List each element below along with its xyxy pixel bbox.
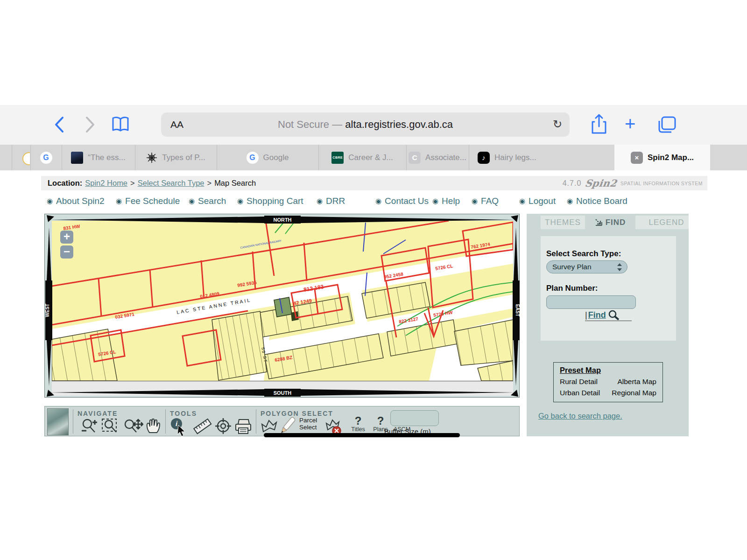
partial-favicon <box>22 152 30 165</box>
find-magnifier-icon <box>608 310 619 320</box>
tab-google-pinned[interactable]: G <box>30 145 61 170</box>
reader-mode-button[interactable]: AA <box>170 112 183 137</box>
screenshot-canvas: AA Not Secure — alta.registries.gov.ab.c… <box>0 0 747 560</box>
preset-alberta-map[interactable]: Alberta Map <box>617 378 656 386</box>
menu-search[interactable]: ◉Search <box>189 194 226 209</box>
tab-associate[interactable]: C Associate... <box>406 145 468 170</box>
tab-google[interactable]: G Google <box>217 145 318 170</box>
find-form: Select Search Type: Survey Plan Plan Num… <box>541 236 676 341</box>
cbre-favicon: CBRE <box>331 152 344 164</box>
preset-rural-detail[interactable]: Rural Detail <box>560 378 598 386</box>
north-bar: NORTH <box>47 215 518 224</box>
tab-spin2-map-active[interactable]: × Spin2 Map... <box>614 145 710 170</box>
section-tools: TOOLS <box>170 410 197 417</box>
tab-partial[interactable] <box>12 145 30 170</box>
cadastral-map[interactable]: 831 HW 992 5935 012 4809 032 5971 812 18… <box>52 221 513 381</box>
menu-help[interactable]: ◉Help <box>432 194 460 209</box>
breadcrumb-home-link[interactable]: Spin2 Home <box>85 179 127 188</box>
tab-find[interactable]: FIND <box>585 216 635 229</box>
menu-fee-schedule[interactable]: ◉Fee Schedule <box>116 194 180 209</box>
url-bar[interactable]: AA Not Secure — alta.registries.gov.ab.c… <box>161 112 570 137</box>
preset-urban-detail[interactable]: Urban Detail <box>560 389 600 397</box>
print-tool-icon[interactable] <box>233 418 253 435</box>
menu-logout[interactable]: ◉Logout <box>519 194 556 209</box>
version-number: 4.7.0 <box>563 179 582 188</box>
map-toolbar: NAVIGATE TOOLS i <box>44 406 520 436</box>
back-icon[interactable] <box>52 115 66 134</box>
logo-tagline: SPATIAL INFORMATION SYSTEM <box>620 181 703 186</box>
west-bar: WEST <box>45 224 53 389</box>
menu-about-spin2[interactable]: ◉About Spin2 <box>47 194 105 209</box>
zoom-in-tool-icon[interactable] <box>80 418 99 434</box>
zoom-pan-tool-icon[interactable] <box>123 418 143 434</box>
tabs-overview-icon[interactable] <box>657 115 678 134</box>
tab-types-of[interactable]: Types of P... <box>135 145 216 170</box>
menu-notice-board[interactable]: ◉Notice Board <box>567 194 627 209</box>
thumbnail-favicon <box>71 152 83 164</box>
menu-drr[interactable]: ◉DRR <box>317 194 345 209</box>
identify-tool-icon[interactable]: i <box>169 418 188 436</box>
tab-themes[interactable]: THEMES <box>541 216 585 229</box>
location-label: Location: <box>48 179 82 188</box>
new-tab-icon[interactable]: + <box>625 113 635 134</box>
go-back-link[interactable]: Go back to search page. <box>538 412 622 420</box>
reload-icon[interactable]: ↻ <box>553 112 562 136</box>
tiktok-favicon: ♪ <box>478 152 490 164</box>
preset-map-box: Preset Map Rural Detail Alberta Map Urba… <box>553 362 663 402</box>
tab-hairy-legs[interactable]: ♪ Hairy legs... <box>469 145 614 170</box>
c-letter-favicon: C <box>409 152 421 164</box>
map-widget: 831 HW 992 5935 012 4809 032 5971 812 18… <box>44 214 520 398</box>
tab-the-ess[interactable]: “The ess... <box>62 145 134 170</box>
pan-hand-tool-icon[interactable] <box>145 418 162 434</box>
find-tab-icon <box>595 218 603 226</box>
menu-faq[interactable]: ◉FAQ <box>472 194 499 209</box>
section-navigate: NAVIGATE <box>78 410 118 417</box>
google-favicon: G <box>247 152 259 164</box>
tab-edge[interactable] <box>0 145 11 170</box>
plan-number-label: Plan Number: <box>546 284 598 293</box>
bullet-icon: ◉ <box>472 197 478 205</box>
search-type-select[interactable]: Survey Plan <box>546 260 627 273</box>
parcel-select-label[interactable]: ParcelSelect <box>299 417 317 431</box>
menu-shopping-cart[interactable]: ◉Shopping Cart <box>237 194 303 209</box>
bookmarks-icon[interactable] <box>111 115 132 134</box>
zoom-window-tool-icon[interactable] <box>101 418 120 434</box>
tab-career[interactable]: CBRE Career & J... <box>318 145 406 170</box>
site-menu: ◉About Spin2 ◉Fee Schedule ◉Search ◉Shop… <box>0 194 747 209</box>
measure-tool-icon[interactable] <box>192 418 213 435</box>
google-favicon: G <box>40 152 52 164</box>
plan-number-input[interactable] <box>546 295 636 309</box>
bullet-icon: ◉ <box>189 197 195 205</box>
url-domain: alta.registries.gov.ab.ca <box>345 119 453 130</box>
buffer-size-input[interactable] <box>390 410 439 426</box>
preset-regional-map[interactable]: Regional Map <box>612 389 656 397</box>
bullet-icon: ◉ <box>116 197 122 205</box>
menu-contact-us[interactable]: ◉Contact Us <box>375 194 429 209</box>
breadcrumb: Location: Spin2 Home > Select Search Typ… <box>41 176 707 190</box>
url-text: Not Secure — alta.registries.gov.ab.ca <box>161 112 570 137</box>
compass-favicon <box>146 152 157 163</box>
bullet-icon: ◉ <box>237 197 243 205</box>
forward-icon[interactable] <box>83 115 97 134</box>
select-chevrons-icon <box>617 263 622 272</box>
bullet-icon: ◉ <box>432 197 438 205</box>
breadcrumb-searchtype-link[interactable]: Select Search Type <box>138 179 204 188</box>
preset-map-title: Preset Map <box>560 366 662 375</box>
titles-help[interactable]: ?Titles <box>347 416 369 433</box>
selected-parcel[interactable] <box>274 297 292 317</box>
version-area: 4.7.0 Spin2 SPATIAL INFORMATION SYSTEM <box>563 177 703 189</box>
bullet-icon: ◉ <box>375 197 381 205</box>
tab-legend[interactable]: LEGEND <box>644 216 689 229</box>
bullet-icon: ◉ <box>567 197 573 205</box>
share-icon[interactable] <box>590 113 608 136</box>
east-bar: EAST <box>512 224 520 389</box>
center-map-tool-icon[interactable] <box>214 418 233 435</box>
map-zoom-out-button[interactable]: − <box>60 245 73 259</box>
find-button[interactable]: | Find <box>585 310 619 320</box>
map-zoom-in-button[interactable]: + <box>60 231 73 244</box>
svg-text:EAST: EAST <box>515 304 520 317</box>
bullet-icon: ◉ <box>519 197 525 205</box>
horizontal-scroll-indicator[interactable] <box>264 433 460 437</box>
map-thumbnail[interactable] <box>47 408 69 435</box>
bullet-icon: ◉ <box>47 197 53 205</box>
